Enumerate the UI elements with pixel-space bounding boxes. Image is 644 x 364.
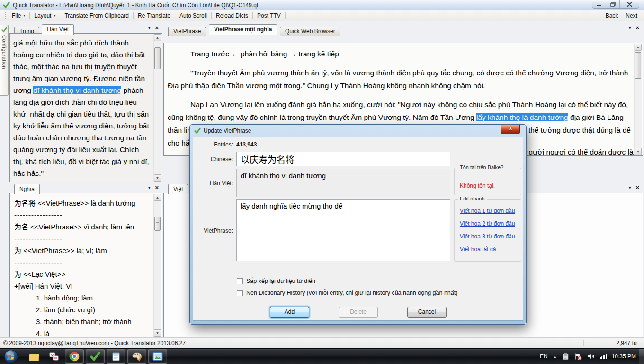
link-viet-hoa-1[interactable]: Viết hoa 1 từ đơn đầu: [460, 208, 521, 214]
scroll-thumb[interactable]: [635, 52, 641, 79]
compress-checkbox-row[interactable]: Nén Dictionary History (với mỗi entry, c…: [237, 290, 457, 296]
taskbar-notepad-button[interactable]: [107, 349, 125, 364]
dialog-title-bar[interactable]: Update VietPhrase: [190, 125, 526, 137]
chinese-input[interactable]: [236, 152, 450, 166]
menu-bar: File ▾ Layout ▾ Translate From Clipboard…: [0, 10, 644, 21]
menu-layout[interactable]: Layout ▾: [30, 11, 59, 20]
sidebar-tab-configuration[interactable]: Configuration: [0, 25, 9, 96]
vietphrase-tabstrip: VietPhrase VietPhrase một nghĩa Quick We…: [163, 24, 643, 33]
scroll-thumb[interactable]: [154, 217, 161, 231]
scroll-down-icon[interactable]: ▼: [635, 148, 642, 155]
menu-separator: [211, 12, 212, 19]
next-button[interactable]: Next: [622, 11, 641, 20]
network-signal-icon[interactable]: [600, 354, 607, 359]
menu-separator: [29, 12, 30, 19]
tab-vietphrase[interactable]: VietPhrase: [168, 27, 206, 36]
cancel-button[interactable]: Cancel: [407, 307, 447, 318]
menu-file-label: File: [12, 12, 21, 19]
panel-menu-icon[interactable]: ▾: [629, 26, 631, 30]
scrollbar[interactable]: ▲ ▼: [153, 34, 161, 182]
link-viet-hoa-all[interactable]: Viết hoa tất cả: [460, 246, 521, 253]
language-indicator[interactable]: EN: [540, 353, 548, 360]
thumb-grip-icon: [156, 222, 159, 225]
compress-checkbox[interactable]: [237, 290, 243, 296]
menu-separator: [285, 12, 286, 19]
quick-translator-check-icon: [90, 351, 100, 362]
baike-group-title: Tồn tại trên Baike?: [458, 164, 505, 170]
panel-close-icon[interactable]: ×: [155, 185, 159, 190]
menu-separator: [175, 12, 175, 19]
scroll-down-icon[interactable]: ▼: [154, 329, 161, 337]
unikey-icon: U N: [49, 352, 59, 361]
menu-post-ttv[interactable]: Post TTV: [253, 11, 285, 20]
nghia-textarea[interactable]: 为名将 <<VietPhrase>> là danh tướng -------…: [9, 193, 162, 337]
start-button[interactable]: [4, 349, 18, 364]
clock[interactable]: 10:35 PM: [612, 353, 636, 360]
delete-button: Delete: [339, 307, 378, 318]
scroll-up-icon[interactable]: ▲: [154, 194, 161, 201]
dict-entry: 为名 <<VietPhrase>> vì danh; làm tên: [14, 221, 150, 233]
scroll-up-icon[interactable]: ▲: [154, 34, 161, 41]
menu-translate-from-clipboard[interactable]: Translate From Clipboard: [61, 11, 133, 20]
panel-menu-icon[interactable]: ▾: [148, 26, 151, 30]
tray-expand-icon[interactable]: ▲: [553, 355, 557, 359]
restore-button[interactable]: [606, 0, 620, 8]
tab-nghia[interactable]: Nghĩa: [14, 184, 40, 194]
nav-line: Trang trước ← phản hồi bảng → trang kế t…: [168, 47, 631, 60]
taskbar-chrome-button[interactable]: [65, 349, 84, 364]
tab-han-viet[interactable]: Hán Việt: [42, 24, 74, 35]
scrollbar[interactable]: ▲ ▼: [153, 194, 161, 337]
sort-checkbox-label: Sắp xếp lại dữ liệu từ điển: [246, 278, 315, 284]
back-button[interactable]: Back: [602, 11, 622, 20]
panel-close-icon[interactable]: ×: [635, 185, 639, 190]
panel-close-icon[interactable]: ×: [635, 26, 639, 30]
scroll-thumb[interactable]: [154, 47, 161, 69]
vietphrase-field[interactable]: lấy danh nghĩa tiệc mừng thọ để: [236, 199, 450, 261]
volume-icon[interactable]: [587, 353, 595, 360]
show-desktop-button[interactable]: [639, 349, 644, 364]
dialog-close-button[interactable]: X: [501, 125, 520, 134]
tab-quick-web-browser[interactable]: Quick Web Browser: [280, 27, 340, 36]
scroll-down-icon[interactable]: ▼: [154, 174, 161, 182]
app-check-icon: [3, 1, 10, 9]
title-bar[interactable]: Quick Translator - E:\4vn\Hoàng Đình\Quy…: [0, 0, 644, 10]
panel-close-icon[interactable]: ×: [155, 26, 159, 30]
dict-separator: -----------------: [14, 257, 150, 268]
action-center-flag-icon[interactable]: [574, 353, 582, 360]
taskbar-quick-translator-button[interactable]: [86, 349, 105, 364]
tab-viet[interactable]: Việt: [168, 184, 188, 194]
clipboard-tray-icon[interactable]: [562, 353, 569, 360]
hanviet-field[interactable]: dĩ khánh thọ vi danh tương: [236, 169, 450, 197]
svg-text:U: U: [51, 353, 54, 356]
add-button[interactable]: Add: [270, 307, 309, 318]
dict-definition: 3. thành; biến thành; trở thành: [14, 316, 150, 328]
taskbar-unikey-button[interactable]: U N: [45, 349, 63, 364]
sort-checkbox-row[interactable]: Sắp xếp lại dữ liệu từ điển: [237, 278, 315, 284]
menu-file[interactable]: File ▾: [8, 11, 29, 20]
menu-auto-scroll[interactable]: Auto Scroll: [176, 11, 211, 20]
taskbar-paint-button[interactable]: [127, 349, 146, 364]
notepad-icon: [111, 351, 121, 362]
dict-definition: 4. là: [14, 328, 150, 337]
taskbar-explorer-button[interactable]: [25, 349, 44, 364]
taskbar-photo-viewer-button[interactable]: [148, 349, 167, 364]
link-viet-hoa-2[interactable]: Viết hoa 2 từ đơn đầu: [460, 220, 521, 227]
close-button[interactable]: [620, 0, 639, 8]
menu-re-translate[interactable]: Re-Translate: [134, 11, 174, 20]
scrollbar[interactable]: ▲ ▼: [634, 44, 642, 155]
minimize-button[interactable]: [592, 0, 606, 8]
link-viet-hoa-3[interactable]: Viết hoa 3 từ đơn đầu: [460, 233, 521, 240]
menu-reload-dicts[interactable]: Reload Dicts: [212, 11, 252, 20]
expand-plus-icon[interactable]: +: [14, 282, 18, 290]
dict-entry: +[wéi] Hán Việt: VI: [14, 281, 150, 292]
panel-menu-icon[interactable]: ▾: [629, 186, 631, 190]
sort-checkbox[interactable]: [237, 278, 243, 284]
tab-vietphrase-mot-nghia[interactable]: VietPhrase một nghĩa: [209, 24, 277, 35]
chinese-label: Chinese:: [193, 156, 233, 163]
panel-menu-icon[interactable]: ▾: [148, 186, 151, 190]
story-fragment: người ngươi có thể đoán được là: [525, 146, 634, 156]
han-viet-textarea[interactable]: giá một hữu thụ sắc phù đích thành hoàng…: [9, 33, 162, 182]
dict-separator: -----------------: [14, 209, 150, 221]
han-viet-panel: Trung Hán Việt ▾ × giá một hữu thụ sắc p…: [9, 24, 162, 182]
scroll-up-icon[interactable]: ▲: [635, 44, 642, 51]
